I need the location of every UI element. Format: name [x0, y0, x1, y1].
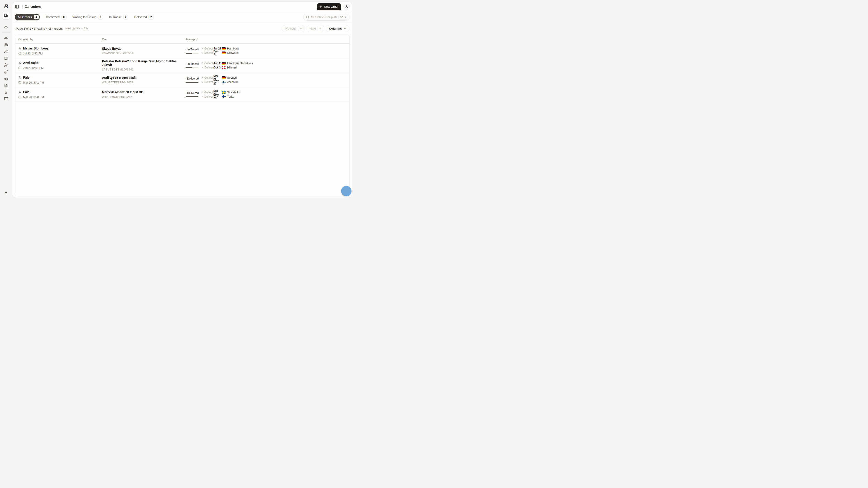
ordered-by-cell: Matias Blomberg Jul 22, 2:32 PM [18, 46, 102, 55]
tab-all-orders[interactable]: All Orders 4 [15, 14, 40, 20]
deliver-date: May 23 [213, 94, 222, 100]
sidebar-item-drivers[interactable] [2, 62, 10, 68]
sidebar-item-billing[interactable] [2, 89, 10, 96]
sidebar-item-customers[interactable] [2, 48, 10, 55]
transport-legs: Collect Mar 21 Stockholm Deliver May 23 … [201, 91, 240, 98]
tab-count-badge: 0 [61, 15, 66, 20]
car-name: Audi Q4 35 e-tron basis [102, 76, 186, 79]
building-icon [4, 57, 8, 60]
next-page-button[interactable]: Next [307, 25, 324, 32]
status-label: Delivered [187, 77, 199, 80]
transport-legs: Collect Jun 2 Landkreis Heidekreis Deliv… [201, 61, 253, 69]
sidebar-item-download[interactable] [2, 24, 10, 30]
car-name: Polestar Polestar2 Long Range Dual Motor… [102, 59, 186, 67]
previous-label: Previous [285, 27, 296, 30]
country-flag [222, 62, 225, 65]
tab-count-badge: 4 [34, 15, 39, 20]
lightning-icon [4, 4, 6, 8]
page-info: Page 1 of 1 • Showing 4 of 4 orders [16, 27, 63, 30]
chat-button[interactable] [341, 186, 351, 196]
sidebar-item-docs[interactable] [2, 96, 10, 102]
table-row[interactable]: Pale Mar 20, 3:41 PM Audi Q4 35 e-tron b… [15, 73, 349, 88]
deliver-label: Deliver [204, 95, 213, 98]
sidebar-toggle-button[interactable] [14, 4, 20, 10]
collect-date: Jun 2 [213, 62, 222, 65]
chevron-down-icon [343, 27, 346, 30]
arrow-down-right-icon [201, 81, 204, 84]
order-datetime: Jun 2, 12:01 PM [23, 66, 43, 70]
tab-confirmed[interactable]: Confirmed 0 [46, 15, 66, 20]
car-cell: Polestar Polestar2 Long Range Dual Motor… [102, 59, 186, 71]
deliver-label: Deliver [204, 80, 213, 84]
columns-button[interactable]: Columns [326, 25, 349, 32]
check-circle-icon [186, 77, 186, 80]
tab-in-transit[interactable]: In Transit 2 [109, 15, 128, 20]
collect-label: Collect [204, 76, 213, 79]
car-vin: LPSVSEDEEML006941 [102, 68, 186, 71]
search-input[interactable] [311, 15, 337, 19]
sidebar-item-fleet[interactable] [2, 41, 10, 48]
sidebar-divider [2, 32, 10, 33]
table-row[interactable]: Antti Aalto Jun 2, 12:01 PM Polestar Pol… [15, 58, 349, 73]
download-icon [4, 25, 8, 29]
app-logo: B [3, 3, 9, 10]
arrow-up-right-icon [201, 62, 204, 64]
deliver-leg: Deliver Dec 24 Schwerin [201, 51, 239, 55]
arrow-down-right-icon [201, 95, 204, 98]
arrow-left-key-badge [298, 26, 304, 31]
transport-cell: In Transit Collect Jun 2 Landkreis Heide… [186, 61, 346, 69]
country-flag [222, 76, 225, 79]
clock-icon [18, 66, 21, 69]
sidebar-item-cars[interactable] [2, 35, 10, 41]
tab-delivered[interactable]: Delivered 2 [134, 15, 154, 20]
status-label: Delivered [187, 92, 199, 95]
collect-label: Collect [204, 47, 213, 50]
car-front-icon [4, 43, 8, 47]
sidebar-item-documents[interactable] [2, 82, 10, 89]
customer-name: Pale [23, 90, 29, 94]
users-icon [4, 50, 8, 54]
user-icon [18, 47, 21, 50]
car-name: Mercedes-Benz GLE 350 DE [102, 90, 186, 94]
truck-icon [186, 63, 186, 66]
truck-icon [186, 48, 186, 51]
ordered-by-cell: Pale Mar 20, 3:28 PM [18, 90, 102, 99]
country-flag [222, 52, 225, 54]
next-update-text: Next update in 33s [65, 27, 88, 30]
deliver-city: Joensuu [227, 80, 238, 84]
transport-cell: In Transit Collect Jul 22 Hamburg Delive [186, 47, 346, 55]
topbar-divider [22, 5, 23, 9]
table-row[interactable]: Pale Mar 20, 3:28 PM Mercedes-Benz GLE 3… [15, 88, 349, 102]
tab-count-badge: 2 [123, 15, 128, 20]
transport-legs: Collect Jul 22 Hamburg Deliver Dec 24 Sc… [201, 47, 239, 55]
toolbar: Page 1 of 1 • Showing 4 of 4 orders Next… [12, 22, 352, 35]
sidebar-item-companies[interactable] [2, 55, 10, 62]
previous-page-button[interactable]: Previous [282, 25, 305, 32]
clock-icon [18, 52, 21, 55]
country-flag [222, 95, 225, 98]
country-flag [222, 47, 225, 50]
transport-progress-bar [186, 82, 198, 83]
main-panel: Orders New Order All Orders 4 Confirmed … [12, 1, 352, 198]
sidebar-item-orders[interactable] [2, 12, 10, 20]
tab-waiting-for-pickup[interactable]: Waiting for Pickup 0 [72, 15, 103, 20]
column-header-ordered-by: Ordered by [18, 37, 102, 41]
deliver-leg: Deliver Oct 4 Hillerød [201, 66, 253, 69]
ordered-by-cell: Pale Mar 20, 3:41 PM [18, 76, 102, 84]
sidebar-item-air-transport[interactable] [2, 68, 10, 75]
book-open-icon [4, 97, 8, 101]
car-vin: WAUZZZFZ8PP042472 [102, 81, 186, 84]
file-text-icon [4, 84, 8, 88]
plane-icon [4, 70, 8, 74]
new-order-button[interactable]: New Order [317, 3, 341, 10]
sidebar-item-sea-transport[interactable] [2, 75, 10, 82]
deliver-date: Dec 24 [213, 50, 222, 56]
clock-icon [18, 81, 21, 84]
transport-cell: Delivered Collect Mar 21 Seedorf Deliver [186, 76, 346, 84]
sidebar-item-integrations[interactable] [2, 190, 10, 197]
user-menu-button[interactable] [343, 4, 350, 10]
table-row[interactable]: Matias Blomberg Jul 22, 2:32 PM Skoda En… [15, 43, 349, 58]
clock-icon [18, 96, 21, 98]
collect-city: Landkreis Heidekreis [227, 62, 253, 65]
car-vin: KNACC81GFK5020531 [102, 52, 186, 55]
